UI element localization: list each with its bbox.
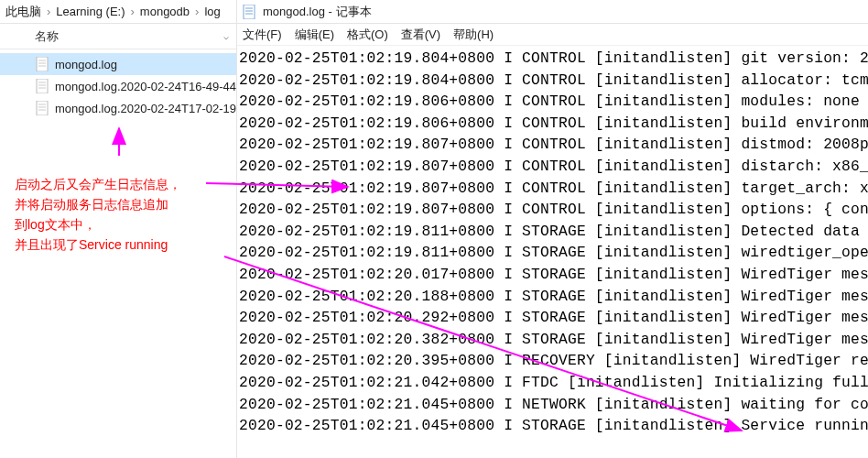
log-line: 2020-02-25T01:02:20.382+0800 I STORAGE […: [239, 329, 868, 351]
log-line: 2020-02-25T01:02:19.811+0800 I STORAGE […: [239, 242, 868, 264]
chevron-down-icon: ⌵: [223, 31, 229, 41]
svg-rect-8: [37, 101, 48, 115]
log-line: 2020-02-25T01:02:21.042+0800 I FTDC [ini…: [239, 372, 868, 394]
annotation-line: 并将启动服务日志信息追加: [15, 194, 181, 214]
file-list: mongod.log mongod.log.2020-02-24T16-49-4…: [0, 49, 236, 119]
file-name: mongod.log: [55, 58, 117, 71]
file-row[interactable]: mongod.log.2020-02-24T17-02-19: [0, 97, 236, 119]
svg-rect-4: [37, 79, 48, 93]
log-line: 2020-02-25T01:02:19.806+0800 I CONTROL […: [239, 91, 868, 113]
text-file-icon: [35, 101, 49, 115]
annotation-text: 启动之后又会产生日志信息， 并将启动服务日志信息追加 到log文本中， 并且出现…: [15, 174, 181, 255]
file-name: mongod.log.2020-02-24T17-02-19: [55, 102, 236, 115]
menu-file[interactable]: 文件(F): [243, 27, 282, 43]
breadcrumb-item[interactable]: 此电脑: [5, 4, 41, 20]
svg-rect-12: [244, 5, 255, 19]
breadcrumb-item[interactable]: log: [204, 5, 220, 18]
log-line: 2020-02-25T01:02:19.807+0800 I CONTROL […: [239, 134, 868, 156]
menu-bar: 文件(F) 编辑(E) 格式(O) 查看(V) 帮助(H): [237, 24, 868, 46]
chevron-right-icon: ›: [191, 5, 202, 18]
menu-view[interactable]: 查看(V): [401, 27, 440, 43]
log-content[interactable]: 2020-02-25T01:02:19.804+0800 I CONTROL […: [237, 46, 868, 458]
chevron-right-icon: ›: [43, 5, 54, 18]
text-file-icon: [35, 57, 49, 71]
breadcrumb[interactable]: 此电脑 › Learning (E:) › mongodb › log: [0, 0, 236, 24]
text-file-icon: [35, 79, 49, 93]
breadcrumb-item[interactable]: Learning (E:): [56, 5, 125, 18]
annotation-line: 启动之后又会产生日志信息，: [15, 174, 181, 194]
log-line: 2020-02-25T01:02:19.807+0800 I CONTROL […: [239, 178, 868, 200]
file-row[interactable]: mongod.log.2020-02-24T16-49-44: [0, 75, 236, 97]
explorer-pane: 此电脑 › Learning (E:) › mongodb › log 名称 ⌵…: [0, 0, 237, 458]
menu-format[interactable]: 格式(O): [347, 27, 388, 43]
menu-edit[interactable]: 编辑(E): [295, 27, 334, 43]
file-row[interactable]: mongod.log: [0, 53, 236, 75]
column-header-label: 名称: [35, 28, 59, 45]
column-header-name[interactable]: 名称 ⌵: [0, 24, 236, 49]
log-line: 2020-02-25T01:02:20.188+0800 I STORAGE […: [239, 286, 868, 308]
log-line: 2020-02-25T01:02:19.807+0800 I CONTROL […: [239, 199, 868, 221]
chevron-right-icon: ›: [127, 5, 138, 18]
log-line: 2020-02-25T01:02:21.045+0800 I NETWORK […: [239, 394, 868, 416]
annotation-line: 到log文本中，: [15, 214, 181, 234]
log-line: 2020-02-25T01:02:19.807+0800 I CONTROL […: [239, 156, 868, 178]
notepad-icon: [243, 5, 257, 19]
file-name: mongod.log.2020-02-24T16-49-44: [55, 80, 236, 93]
notepad-window: mongod.log - 记事本 — 文件(F) 编辑(E) 格式(O) 查看(…: [237, 0, 868, 458]
breadcrumb-item[interactable]: mongodb: [140, 5, 190, 18]
annotation-line: 并且出现了Service running: [15, 234, 181, 255]
menu-help[interactable]: 帮助(H): [453, 27, 494, 43]
notepad-titlebar[interactable]: mongod.log - 记事本 —: [237, 0, 868, 24]
log-line: 2020-02-25T01:02:20.017+0800 I STORAGE […: [239, 264, 868, 286]
log-line: 2020-02-25T01:02:19.804+0800 I CONTROL […: [239, 48, 868, 70]
svg-rect-0: [37, 57, 48, 71]
log-line: 2020-02-25T01:02:21.045+0800 I STORAGE […: [239, 415, 868, 437]
log-line: 2020-02-25T01:02:19.811+0800 I STORAGE […: [239, 221, 868, 243]
log-line: 2020-02-25T01:02:19.806+0800 I CONTROL […: [239, 113, 868, 135]
window-title: mongod.log - 记事本: [263, 4, 372, 20]
log-line: 2020-02-25T01:02:20.395+0800 I RECOVERY …: [239, 350, 868, 372]
log-line: 2020-02-25T01:02:19.804+0800 I CONTROL […: [239, 70, 868, 92]
log-line: 2020-02-25T01:02:20.292+0800 I STORAGE […: [239, 307, 868, 329]
